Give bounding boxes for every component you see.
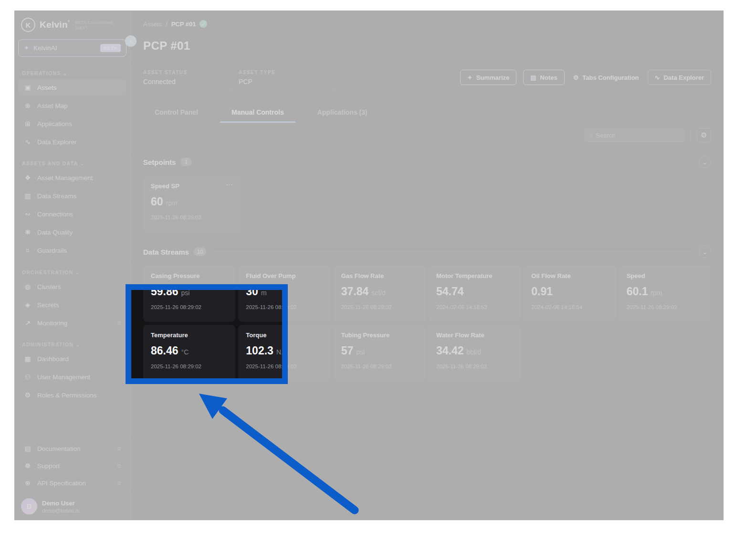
sidebar-item-label: Data Explorer [37,139,77,146]
search-input[interactable] [596,132,672,139]
sidebar-item-clusters[interactable]: ◍Clusters [18,278,126,295]
breadcrumb-separator: / [166,21,168,28]
sidebar-item-label: Secrets [37,301,59,309]
card-value: 86.46 [151,344,178,357]
sidebar-item-label: Asset Management [37,174,93,182]
sidebar-item-label: Monitoring [37,320,67,327]
clusters-icon: ◍ [23,283,32,290]
sidebar-item-roles-permissions[interactable]: ⚙Roles & Permissions [18,387,126,403]
section-header-assets-and-data[interactable]: ASSETS AND DATA⌄ [14,155,130,169]
data-streams-collapse-button[interactable]: ⌄ [699,246,711,258]
card-unit: rpm [166,199,178,207]
breadcrumb-assets-link[interactable]: Assets [143,21,162,28]
datastream-card-casing-pressure[interactable]: Casing Pressure 59.86psi 2025-11-26 08:2… [143,266,235,322]
asset-type-label: ASSET TYPE [239,70,332,75]
card-unit: °C [181,348,189,356]
card-value: 60.1 [627,285,648,298]
connections-icon: ∾ [23,210,32,218]
card-unit: psi [356,348,365,356]
tab-bar: Control Panel Manual Controls Applicatio… [143,103,711,123]
card-title: Speed SP [151,182,232,190]
sidebar-item-asset-map[interactable]: ⊕Asset Map [18,97,126,114]
sidebar-item-data-streams[interactable]: ▥Data Streams [18,188,126,204]
sidebar-item-monitoring[interactable]: ↗Monitoring⧉ [18,315,126,331]
data-explorer-button[interactable]: ∿Data Explorer [648,70,711,85]
sidebar-item-label: Support [37,462,60,470]
card-unit: N.m [276,348,289,356]
tab-applications[interactable]: Applications (3) [306,103,379,123]
card-value: 57 [341,344,354,357]
lifebuoy-icon: ☸ [23,462,32,470]
setpoints-section-header: Setpoints 1 ⌄ [143,156,711,168]
datastream-card-motor-temperature[interactable]: Motor Temperature 54.74 2024-02-06 14:16… [429,266,521,322]
search-box[interactable]: ⌕ [585,128,685,142]
section-header-administration[interactable]: ADMINISTRATION⌄ [14,336,130,350]
kelvin-logo-icon: K [21,18,35,32]
card-title: Gas Flow Rate [341,272,418,279]
datastream-card-oil-flow-rate[interactable]: Oil Flow Rate 0.91 2024-02-06 14:16:54 [524,266,616,322]
setpoints-collapse-button[interactable]: ⌄ [699,156,711,168]
tabs-configuration-button[interactable]: ⚙Tabs Configuration [571,70,641,85]
waveform-icon: ∿ [655,74,660,81]
summarize-button[interactable]: ✦Summarize [460,70,516,85]
sidebar-item-asset-management[interactable]: ❖Asset Management [18,170,126,186]
datastream-card-water-flow-rate[interactable]: Water Flow Rate 34.42bbl/d 2025-11-26 08… [429,325,521,381]
sidebar-item-assets[interactable]: ▣Assets [18,79,126,96]
sidebar-item-connections[interactable]: ∾Connections [18,206,126,222]
sidebar-item-dashboard[interactable]: ▦Dashboard [18,351,126,367]
logo-trademark: ° [68,20,70,25]
external-link-icon: ⧉ [117,463,121,469]
user-menu[interactable]: D Demo User demo@kelvin.ai [14,492,130,520]
breadcrumb-current: PCP #01 [171,21,196,28]
setpoints-count-badge: 1 [180,158,192,166]
tab-manual-controls[interactable]: Manual Controls [220,103,295,123]
datastream-card-torque[interactable]: Torque 102.3N.m 2025-11-26 08:29:02 [238,325,330,381]
sidebar-item-label: Dashboard [37,355,69,363]
card-timestamp: 2025-11-26 08:29:02 [341,304,418,310]
connected-check-icon: ✓ [200,20,207,28]
card-title: Tubing Pressure [341,332,418,339]
sidebar-item-label: Data Streams [37,193,77,200]
sidebar-item-secrets[interactable]: ◈Secrets [18,297,126,313]
section-header-operations[interactable]: OPERATIONS⌄ [14,65,130,78]
sidebar-item-support[interactable]: ☸Support⧉ [18,458,126,474]
notes-button[interactable]: ▤Notes [523,70,564,85]
kelvinai-label: KelvinAI [33,44,57,52]
sidebar-item-data-quality[interactable]: ❋Data Quality [18,224,126,240]
asset-type-field: ASSET TYPE PCP [232,64,333,90]
datastream-card-fluid-over-pump[interactable]: Fluid Over Pump 30m 2025-11-26 08:29:02 [238,266,330,322]
sidebar-item-user-management[interactable]: ⚇User Management [18,369,126,385]
sidebar-item-applications[interactable]: ⊞Applications [18,116,126,132]
chevron-down-icon: ⌄ [75,270,80,275]
datastream-card-gas-flow-rate[interactable]: Gas Flow Rate 37.84scf/d 2025-11-26 08:2… [334,266,426,322]
more-options-icon[interactable]: ⋯ [226,181,233,189]
note-icon: ▤ [530,74,536,81]
datastream-card-tubing-pressure[interactable]: Tubing Pressure 57psi 2025-11-26 08:29:0… [334,325,426,381]
tab-control-panel[interactable]: Control Panel [143,103,210,123]
datastream-card-speed[interactable]: Speed 60.1rpm 2025-11-26 08:29:02 [619,266,711,322]
divider [14,153,130,153]
sidebar-collapse-button[interactable]: ‹ [125,35,136,47]
divider [691,129,691,141]
card-timestamp: 2025-11-26 08:29:02 [151,304,228,310]
asset-status-field: ASSET STATUS Connected [143,64,232,90]
main-content: Assets / PCP #01 ✓ PCP #01 ASSET STATUS … [131,11,724,520]
sidebar-item-data-explorer[interactable]: ∿Data Explorer [18,134,126,150]
monitoring-icon: ↗ [23,319,32,327]
setpoint-card-speed-sp[interactable]: Speed SP ⋯ 60rpm 2025-11-26 08:29:02 [143,176,240,232]
sidebar-item-label: User Management [37,374,90,381]
divider [211,252,694,252]
card-title: Motor Temperature [436,272,513,279]
page-title: PCP #01 [143,39,711,53]
datastream-card-temperature[interactable]: Temperature 86.46°C 2025-11-26 08:29:02 [143,325,235,381]
section-header-orchestration[interactable]: ORCHESTRATION⌄ [14,264,130,278]
bar-chart-icon: ▥ [23,192,32,200]
card-value: 30 [246,285,258,298]
sidebar-item-api-specification[interactable]: ⊛API Specification⧉ [18,475,126,491]
sidebar-item-guardrails[interactable]: ⌗Guardrails [18,242,126,259]
sidebar-item-documentation[interactable]: ▤Documentation⧉ [18,440,126,457]
card-settings-button[interactable]: ⚙ [697,128,711,142]
logo-text: Kelvin° [40,20,70,30]
card-unit: m [261,289,267,297]
kelvinai-button[interactable]: ✦ KelvinAI BETA [18,39,126,57]
